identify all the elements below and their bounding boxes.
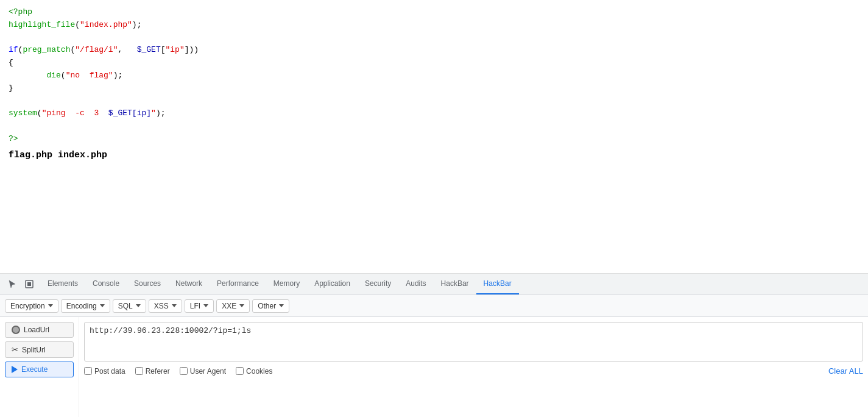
- file-list: flag.php index.php: [9, 148, 859, 163]
- clear-all-button[interactable]: Clear ALL: [828, 366, 863, 376]
- tab-hackbar2[interactable]: HackBar: [476, 274, 519, 294]
- lfi-menu[interactable]: LFI: [185, 299, 214, 313]
- code-line: if(preg_match("/flag/i", $_GET["ip"])): [9, 44, 859, 57]
- hackbar-url-area: http://39.96.23.228:10002/?ip=1;ls Post …: [79, 317, 868, 417]
- code-line: system("ping -c 3 $_GET[ip]");: [9, 107, 859, 120]
- tab-application[interactable]: Application: [307, 274, 358, 294]
- code-line: [9, 95, 859, 108]
- play-icon: [12, 366, 18, 373]
- code-line: [9, 32, 859, 45]
- code-line: die("no flag");: [9, 70, 859, 82]
- tab-security[interactable]: Security: [358, 274, 398, 294]
- disk-icon: [12, 326, 20, 334]
- code-display: <?php highlight_file("index.php"); if(pr…: [0, 0, 868, 274]
- load-url-button[interactable]: LoadUrl: [5, 322, 74, 338]
- encryption-dropdown-arrow: [48, 304, 53, 307]
- code-line: highlight_file("index.php");: [9, 19, 859, 32]
- code-line: }: [9, 82, 859, 95]
- split-url-button[interactable]: ✂ SplitUrl: [5, 341, 74, 358]
- code-line: [9, 120, 859, 133]
- referer-checkbox[interactable]: [135, 367, 143, 375]
- devtools-tabbar: Elements Console Sources Network Perform…: [0, 274, 868, 295]
- xss-dropdown-arrow: [172, 304, 177, 307]
- tab-console[interactable]: Console: [85, 274, 127, 294]
- lfi-dropdown-arrow: [203, 304, 208, 307]
- devtools-tabs: Elements Console Sources Network Perform…: [40, 274, 519, 294]
- code-line: {: [9, 57, 859, 70]
- execute-button[interactable]: Execute: [5, 362, 74, 377]
- code-line: ?>: [9, 133, 859, 146]
- hackbar-toolbar: Encryption Encoding SQL XSS LFI XXE Othe…: [0, 295, 868, 317]
- encoding-menu[interactable]: Encoding: [61, 299, 110, 313]
- referer-checkbox-label[interactable]: Referer: [135, 367, 170, 376]
- tab-memory[interactable]: Memory: [266, 274, 307, 294]
- hackbar-options: Post data Referer User Agent Cookies Cle…: [84, 362, 863, 376]
- hackbar-actions: LoadUrl ✂ SplitUrl Execute: [0, 317, 79, 417]
- cookies-checkbox[interactable]: [236, 367, 244, 375]
- scissors-icon: ✂: [12, 345, 18, 354]
- code-line: <?php: [9, 6, 859, 19]
- tab-elements[interactable]: Elements: [40, 274, 85, 294]
- cursor-icon[interactable]: [4, 276, 21, 293]
- svg-rect-1: [27, 282, 31, 286]
- user-agent-checkbox[interactable]: [180, 367, 188, 375]
- tab-hackbar1[interactable]: HackBar: [434, 274, 476, 294]
- encoding-dropdown-arrow: [100, 304, 105, 307]
- tab-sources[interactable]: Sources: [127, 274, 168, 294]
- post-data-checkbox[interactable]: [84, 367, 92, 375]
- hackbar-main: LoadUrl ✂ SplitUrl Execute http://39.96.…: [0, 317, 868, 417]
- sql-menu[interactable]: SQL: [113, 299, 146, 313]
- encryption-menu[interactable]: Encryption: [5, 299, 58, 313]
- other-dropdown-arrow: [279, 304, 284, 307]
- xxe-menu[interactable]: XXE: [216, 299, 250, 313]
- url-input[interactable]: http://39.96.23.228:10002/?ip=1;ls: [84, 322, 863, 362]
- other-menu[interactable]: Other: [252, 299, 289, 313]
- user-agent-checkbox-label[interactable]: User Agent: [180, 367, 226, 376]
- tab-audits[interactable]: Audits: [398, 274, 433, 294]
- post-data-checkbox-label[interactable]: Post data: [84, 367, 125, 376]
- xxe-dropdown-arrow: [239, 304, 244, 307]
- hackbar-panel: Encryption Encoding SQL XSS LFI XXE Othe…: [0, 295, 868, 417]
- cookies-checkbox-label[interactable]: Cookies: [236, 367, 272, 376]
- tab-performance[interactable]: Performance: [210, 274, 266, 294]
- sql-dropdown-arrow: [136, 304, 141, 307]
- tab-network[interactable]: Network: [168, 274, 210, 294]
- xss-menu[interactable]: XSS: [149, 299, 182, 313]
- inspect-icon[interactable]: [21, 276, 38, 293]
